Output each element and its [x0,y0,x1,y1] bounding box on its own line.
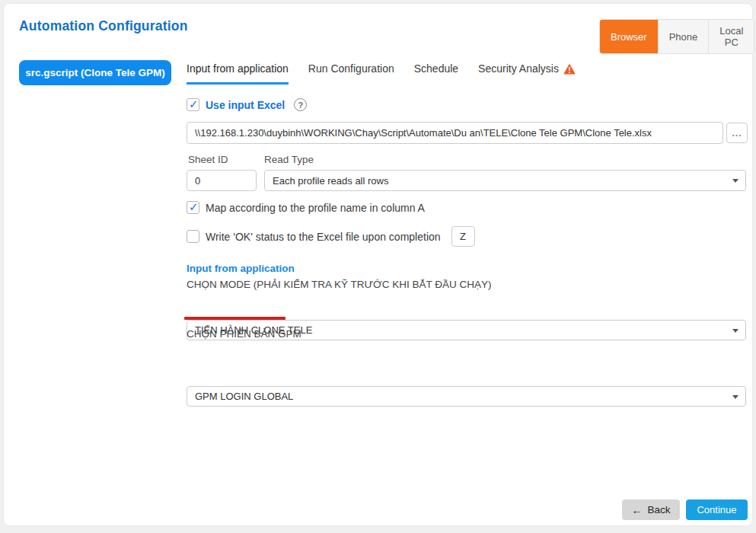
tab-label: Schedule [414,62,458,75]
back-button[interactable]: ← Back [622,499,680,520]
write-ok-checkbox[interactable]: Write 'OK' status to the Excel file upon… [187,226,475,247]
read-type-label: Read Type [264,154,314,165]
device-switch: Browser Phone Local PC [599,19,754,54]
device-browser-button[interactable]: Browser [600,20,658,53]
tab-label: Input from application [187,62,289,75]
mode-label: CHỌN MODE (PHẢI KIỂM TRA KỸ TRƯỚC KHI BẮ… [187,279,491,290]
map-profile-checkbox[interactable]: Map according to the profile name in col… [187,201,425,214]
script-source-button[interactable]: src.gscript (Clone Tele GPM) [19,60,171,85]
browse-file-button[interactable]: ... [726,123,748,143]
gpm-version-label: CHỌN PHIÊN BẢN GPM [187,328,301,340]
read-type-select[interactable]: Each profile reads all rows [264,170,746,191]
gpm-version-select[interactable]: GPM LOGIN GLOBAL [187,386,746,407]
caret-down-icon [732,395,738,399]
gpm-version-value: GPM LOGIN GLOBAL [195,391,293,402]
tab-label: Run Configuration [308,62,394,75]
input-from-application-heading: Input from application [187,263,295,274]
checkbox-checked-icon [187,98,199,111]
sheet-id-input[interactable] [187,170,257,191]
main-card: Automation Configuration Browser Phone L… [3,3,753,526]
back-button-label: Back [647,504,670,515]
write-ok-label: Write 'OK' status to the Excel file upon… [206,231,441,243]
use-input-excel-checkbox[interactable]: Use input Excel ? [187,98,307,111]
sheet-id-label: Sheet ID [188,154,228,165]
tab-run-configuration[interactable]: Run Configuration [308,62,394,82]
continue-button[interactable]: Continue [686,499,748,520]
tab-bar: Input from application Run Configuration… [187,62,576,85]
help-icon[interactable]: ? [294,98,307,111]
device-localpc-button[interactable]: Local PC [708,20,754,53]
checkbox-checked-icon [187,201,199,214]
automation-configuration-window: Automation Configuration Browser Phone L… [0,0,756,533]
use-input-excel-label: Use input Excel [206,99,285,111]
page-title: Automation Configuration [19,18,188,34]
read-type-value: Each profile reads all rows [273,175,388,187]
caret-down-icon [732,179,738,183]
tab-label: Security Analysis [478,62,559,75]
tab-security-analysis[interactable]: Security Analysis [478,62,576,82]
checkbox-unchecked-icon [187,230,199,243]
warning-triangle-icon [563,63,576,75]
tab-input-from-application[interactable]: Input from application [187,62,289,85]
tab-schedule[interactable]: Schedule [414,62,458,82]
map-profile-label: Map according to the profile name in col… [206,202,425,214]
ok-column-input[interactable] [451,226,475,247]
caret-down-icon [732,329,738,333]
device-phone-button[interactable]: Phone [658,20,709,53]
back-arrow-icon: ← [631,504,642,516]
excel-file-path-input[interactable] [187,122,723,144]
red-annotation-underline [184,317,285,320]
